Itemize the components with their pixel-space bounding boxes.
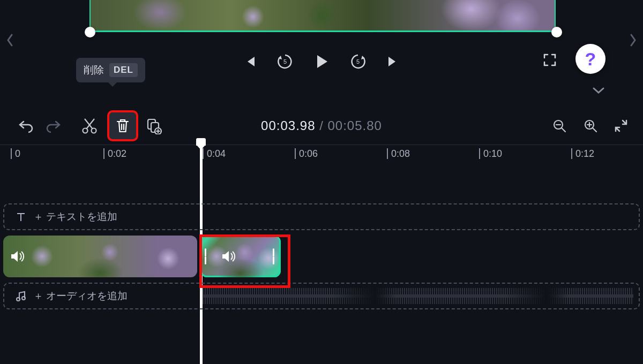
expand-panel-button[interactable] <box>592 86 605 95</box>
clip-trim-start[interactable] <box>205 248 208 264</box>
video-track <box>3 236 640 277</box>
zoom-in-button[interactable] <box>583 118 598 133</box>
svg-point-10 <box>22 297 25 300</box>
undo-button[interactable] <box>18 118 34 133</box>
split-button[interactable] <box>81 117 98 134</box>
volume-icon <box>10 249 26 263</box>
timeline-ruler[interactable]: 00:020:040:060:080:100:12 <box>0 145 643 166</box>
clip-thumbnail <box>3 236 197 277</box>
timeline-toolbar: 00:03.98 / 00:05.80 <box>0 107 643 145</box>
play-button[interactable] <box>312 52 331 71</box>
music-icon <box>15 290 27 302</box>
video-clip-1[interactable] <box>3 236 197 277</box>
timeline-area: ＋ テキストを追加 ＋ オーディオを追加 <box>0 166 643 364</box>
waveform-preview <box>203 288 633 304</box>
rewind-5s-button[interactable]: 5 <box>276 52 294 71</box>
current-time: 00:03.98 <box>261 118 315 133</box>
clip-thumbnail <box>200 236 281 277</box>
preview-trim-end-handle[interactable] <box>551 27 562 37</box>
preview-image <box>91 0 555 31</box>
fullscreen-button[interactable] <box>542 52 557 67</box>
ruler-label: 0:06 <box>295 148 318 160</box>
ruler-label: 0:02 <box>103 148 126 160</box>
volume-icon <box>221 249 237 263</box>
text-track-label: ＋ テキストを追加 <box>33 210 117 224</box>
ruler-label: 0:10 <box>479 148 502 160</box>
text-icon <box>15 211 27 223</box>
help-button[interactable]: ? <box>575 44 605 74</box>
svg-text:5: 5 <box>356 58 360 65</box>
duration: 00:05.80 <box>328 118 382 133</box>
duplicate-button[interactable] <box>146 117 162 134</box>
skip-end-button[interactable] <box>385 54 400 69</box>
delete-button[interactable] <box>108 111 137 140</box>
redo-button[interactable] <box>45 118 61 133</box>
timecode-display: 00:03.98 / 00:05.80 <box>261 118 382 133</box>
text-track-add[interactable]: ＋ テキストを追加 <box>3 203 640 230</box>
help-icon: ? <box>585 49 596 70</box>
video-clip-2-selected[interactable] <box>200 236 281 277</box>
clip-trim-end[interactable] <box>273 248 276 264</box>
ruler-label: 0:12 <box>571 148 594 160</box>
svg-point-9 <box>17 298 20 301</box>
trash-icon <box>115 118 130 134</box>
preview-trim-start-handle[interactable] <box>85 27 95 37</box>
ruler-label: 0:08 <box>387 148 410 160</box>
audio-track-add[interactable]: ＋ オーディオを追加 <box>3 283 640 309</box>
ruler-label: 0:04 <box>203 148 226 160</box>
ruler-label: 0 <box>11 148 20 160</box>
forward-5s-button[interactable]: 5 <box>349 52 367 71</box>
preview-clip[interactable] <box>89 0 556 32</box>
zoom-out-button[interactable] <box>552 118 567 133</box>
skip-start-button[interactable] <box>243 54 258 69</box>
fit-timeline-button[interactable] <box>614 119 628 133</box>
audio-track-label: ＋ オーディオを追加 <box>33 289 128 303</box>
svg-text:5: 5 <box>283 58 287 65</box>
